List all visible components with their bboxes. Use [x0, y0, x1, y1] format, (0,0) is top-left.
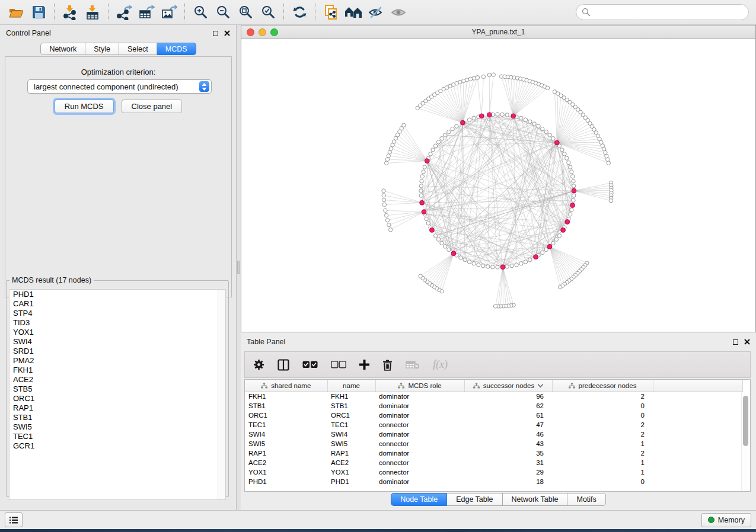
mcds-result-item[interactable]: FKH1 [9, 366, 225, 375]
refresh-view-icon[interactable] [288, 2, 311, 23]
close-panel-icon[interactable] [744, 339, 750, 345]
tab-motifs[interactable]: Motifs [567, 493, 605, 506]
table-cell[interactable]: dominator [375, 430, 464, 439]
table-cell[interactable]: 62 [464, 401, 552, 411]
show-all-icon[interactable] [387, 2, 410, 23]
select-all-icon[interactable] [302, 361, 318, 368]
table-cell[interactable]: dominator [375, 477, 464, 486]
deselect-all-icon[interactable] [331, 361, 346, 368]
table-row[interactable]: ORC1ORC1dominator610 [245, 411, 743, 420]
hide-selected-icon[interactable] [365, 2, 387, 23]
table-cell[interactable]: 0 [552, 401, 653, 411]
save-session-icon[interactable] [27, 2, 50, 23]
network-graph[interactable] [241, 39, 755, 332]
mcds-result-item[interactable]: ORC1 [9, 394, 225, 403]
run-mcds-button[interactable]: Run MCDS [55, 100, 114, 113]
table-row[interactable]: ACE2ACE2connector311 [245, 458, 743, 467]
table-row[interactable]: FKH1FKH1dominator962 [245, 392, 743, 401]
mcds-result-item[interactable]: STB1 [9, 413, 225, 422]
table-cell[interactable]: YOX1 [327, 467, 375, 477]
table-scrollbar[interactable] [741, 392, 749, 492]
table-cell[interactable]: 2 [552, 430, 653, 439]
table-row[interactable]: YOX1YOX1connector291 [245, 467, 743, 477]
table-cell[interactable]: dominator [375, 392, 464, 401]
table-cell[interactable]: 1 [552, 467, 653, 477]
table-row[interactable]: PHD1PHD1dominator180 [245, 477, 743, 486]
table-cell[interactable]: connector [375, 439, 464, 448]
table-cell[interactable]: 2 [552, 392, 653, 401]
table-cell[interactable]: 61 [464, 411, 552, 420]
table-cell[interactable]: ORC1 [327, 411, 375, 420]
delete-entries-icon[interactable] [382, 359, 393, 371]
open-file-icon[interactable] [5, 2, 27, 23]
float-panel-icon[interactable] [733, 339, 738, 345]
task-history-button[interactable] [5, 512, 23, 527]
table-cell[interactable]: FKH1 [245, 392, 327, 401]
column-header-mcds-role[interactable]: MCDS role [375, 380, 464, 392]
mcds-result-item[interactable]: STB5 [9, 384, 225, 394]
table-cell[interactable]: 2 [552, 448, 653, 458]
table-cell[interactable]: 46 [464, 430, 552, 439]
table-cell[interactable]: 43 [464, 439, 552, 448]
tab-edge-table[interactable]: Edge Table [447, 493, 502, 506]
table-cell[interactable]: RAP1 [327, 448, 375, 458]
table-row[interactable]: TEC1TEC1connector472 [245, 420, 743, 430]
tab-network[interactable]: Network [40, 43, 85, 55]
column-header-name[interactable]: name [327, 380, 375, 392]
table-cell[interactable]: connector [375, 420, 464, 430]
memory-button[interactable]: Memory [701, 513, 751, 527]
table-cell[interactable]: 1 [552, 458, 653, 467]
export-table-icon[interactable] [135, 2, 158, 23]
show-column-icon[interactable] [277, 359, 289, 371]
tab-mcds[interactable]: MCDS [157, 43, 196, 55]
network-canvas[interactable] [241, 39, 755, 332]
optimization-criterion-select[interactable]: largest connected component (undirected) [27, 79, 212, 94]
mcds-result-list[interactable]: PHD1CAR1STP4TID3YOX1SWI4SRD1PMA2FKH1ACE2… [9, 289, 226, 500]
table-cell[interactable]: 35 [464, 448, 552, 458]
close-panel-button[interactable]: Close panel [122, 100, 183, 113]
mcds-result-item[interactable]: TID3 [9, 318, 225, 328]
table-cell[interactable]: 1 [552, 439, 653, 448]
close-panel-icon[interactable] [224, 30, 230, 36]
table-cell[interactable]: PHD1 [245, 477, 327, 486]
add-column-icon[interactable] [359, 360, 369, 370]
zoom-selected-icon[interactable] [257, 2, 279, 23]
mcds-result-item[interactable]: SWI4 [9, 337, 225, 347]
table-cell[interactable]: ACE2 [327, 458, 375, 467]
table-cell[interactable]: FKH1 [327, 392, 375, 401]
table-cell[interactable]: 2 [552, 420, 653, 430]
table-cell[interactable]: SWI5 [245, 439, 327, 448]
table-cell[interactable]: ACE2 [245, 458, 327, 467]
table-cell[interactable]: 0 [552, 411, 653, 420]
float-panel-icon[interactable] [213, 31, 218, 36]
table-cell[interactable]: STB1 [327, 401, 375, 411]
table-cell[interactable]: SWI4 [327, 430, 375, 439]
table-row[interactable]: RAP1RAP1dominator352 [245, 448, 743, 458]
network-window-titlebar[interactable]: YPA_prune.txt_1 [241, 25, 755, 39]
tab-node-table[interactable]: Node Table [391, 493, 447, 506]
table-cell[interactable]: 29 [464, 467, 552, 477]
zoom-in-icon[interactable] [189, 2, 212, 23]
table-cell[interactable]: TEC1 [245, 420, 327, 430]
table-cell[interactable]: ORC1 [245, 411, 327, 420]
table-cell[interactable]: TEC1 [327, 420, 375, 430]
mcds-result-item[interactable]: CAR1 [9, 299, 225, 309]
table-cell[interactable]: YOX1 [245, 467, 327, 477]
mcds-result-item[interactable]: RAP1 [9, 403, 225, 413]
window-minimize-icon[interactable] [259, 28, 266, 36]
table-cell[interactable]: 96 [464, 392, 552, 401]
table-cell[interactable]: RAP1 [245, 448, 327, 458]
mcds-result-item[interactable]: PHD1 [9, 290, 225, 299]
settings-gear-icon[interactable] [253, 359, 264, 370]
table-cell[interactable]: connector [375, 467, 464, 477]
export-network-icon[interactable] [113, 2, 135, 23]
table-cell[interactable]: 18 [464, 477, 552, 486]
mcds-result-item[interactable]: SWI5 [9, 422, 225, 432]
table-row[interactable]: STB1STB1dominator620 [245, 401, 743, 411]
tab-network-table[interactable]: Network Table [503, 493, 568, 506]
mcds-result-item[interactable]: PMA2 [9, 356, 225, 366]
panel-splitter[interactable] [237, 25, 241, 510]
window-maximize-icon[interactable] [270, 28, 278, 36]
table-cell[interactable]: SWI4 [245, 430, 327, 439]
tab-select[interactable]: Select [119, 43, 157, 55]
